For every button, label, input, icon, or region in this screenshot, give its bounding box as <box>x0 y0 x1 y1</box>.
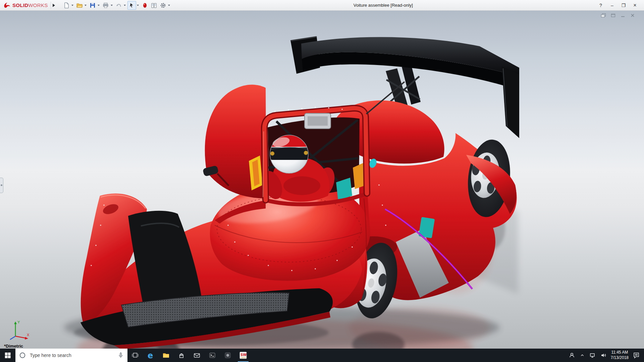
menu-expand-arrow[interactable] <box>51 2 57 9</box>
appearance-icon <box>142 2 148 9</box>
cortana-icon <box>19 352 26 359</box>
file-explorer-icon <box>162 351 170 359</box>
undo-button[interactable] <box>114 1 123 10</box>
edge-icon: e <box>146 351 155 360</box>
orientation-triad: Y X <box>5 319 31 341</box>
hidden-icons-chevron-icon[interactable] <box>579 352 585 358</box>
brand-text-works: WORKS <box>28 2 48 8</box>
file-properties-icon <box>151 2 157 9</box>
dassault-logo-icon <box>3 2 11 9</box>
document-title: Voiture assemblee [Read-only] <box>171 3 595 8</box>
triad-x-label: X <box>27 333 30 337</box>
solidworks-2017-icon: SW 2017 <box>239 351 248 360</box>
mail-icon <box>193 351 201 359</box>
undo-dropdown-caret[interactable] <box>124 5 126 6</box>
3d-model-viewport[interactable]: Y X *Dimetric <box>0 11 644 349</box>
print-button[interactable] <box>101 1 110 10</box>
svg-text:e: e <box>148 351 153 360</box>
save-dropdown-caret[interactable] <box>98 5 100 6</box>
featuremanager-collapsed-tab[interactable] <box>0 178 3 193</box>
viewport-restore-button[interactable] <box>610 13 616 18</box>
windows-taskbar: e SW <box>0 349 644 362</box>
car-model-svg <box>0 11 644 349</box>
restore-window-icon <box>611 13 615 17</box>
tray-date: 7/13/2018 <box>611 355 629 361</box>
options-dropdown-caret[interactable] <box>168 5 170 6</box>
gear-icon <box>160 2 166 9</box>
float-window-icon <box>601 13 606 17</box>
user-icon[interactable] <box>569 352 575 359</box>
command-prompt-button[interactable] <box>205 349 220 362</box>
task-view-icon <box>131 351 139 359</box>
sw-tile-year: 2017 <box>241 356 247 359</box>
minimize-window-icon <box>621 13 625 17</box>
select-dropdown-caret[interactable] <box>137 5 139 6</box>
close-button[interactable]: × <box>629 1 641 10</box>
new-document-button[interactable] <box>62 1 71 10</box>
open-document-icon <box>76 2 83 9</box>
file-explorer-button[interactable] <box>158 349 174 362</box>
microphone-icon[interactable] <box>117 352 124 359</box>
solidworks-2017-button[interactable]: SW 2017 <box>235 349 251 362</box>
action-center-icon[interactable] <box>633 352 640 359</box>
open-dropdown-caret[interactable] <box>85 5 87 6</box>
close-window-icon <box>630 13 635 17</box>
save-icon <box>89 2 96 9</box>
dark-app-icon <box>224 351 232 359</box>
start-button[interactable] <box>0 349 15 362</box>
center-mirror <box>305 113 331 129</box>
mail-button[interactable] <box>189 349 205 362</box>
tray-time: 11:45 AM <box>611 350 629 355</box>
title-bar: SOLIDWORKS <box>0 0 644 11</box>
view-orientation-label: *Dimetric <box>4 344 23 349</box>
dark-app-button[interactable] <box>220 349 235 362</box>
file-properties-button[interactable] <box>150 1 158 10</box>
quick-access-toolbar <box>62 1 171 10</box>
system-tray: 11:45 AM 7/13/2018 <box>569 349 644 362</box>
brand-text-solid: SOLID <box>12 2 28 8</box>
store-button[interactable] <box>174 349 189 362</box>
select-cursor-icon <box>128 2 135 9</box>
minimize-button[interactable]: – <box>606 1 618 10</box>
volume-icon[interactable] <box>600 352 607 359</box>
maximize-button[interactable]: ❐ <box>618 1 629 10</box>
new-document-icon <box>63 2 70 9</box>
help-button[interactable]: ? <box>595 1 606 10</box>
print-icon <box>102 2 109 9</box>
window-controls: ? – ❐ × <box>595 1 644 10</box>
viewport-float-button[interactable] <box>601 13 606 18</box>
open-document-button[interactable] <box>75 1 84 10</box>
store-icon <box>177 351 185 359</box>
command-prompt-icon <box>208 351 216 359</box>
new-dropdown-caret[interactable] <box>71 5 73 6</box>
tray-clock[interactable]: 11:45 AM 7/13/2018 <box>611 350 629 360</box>
save-button[interactable] <box>88 1 97 10</box>
viewport-close-button[interactable] <box>630 13 635 18</box>
task-view-button[interactable] <box>127 349 143 362</box>
print-dropdown-caret[interactable] <box>111 5 113 6</box>
edge-button[interactable]: e <box>143 349 158 362</box>
taskbar-search[interactable] <box>15 349 127 362</box>
options-gear-button[interactable] <box>159 1 167 10</box>
viewport-minimize-button[interactable] <box>620 13 626 18</box>
search-input[interactable] <box>29 352 114 358</box>
solidworks-logo: SOLIDWORKS <box>0 2 49 9</box>
triad-y-label: Y <box>17 320 20 324</box>
viewport-window-controls <box>601 13 635 18</box>
select-button[interactable] <box>127 1 136 10</box>
appearance-button[interactable] <box>141 1 149 10</box>
undo-icon <box>115 2 122 9</box>
expand-triangle-icon <box>53 4 55 7</box>
network-icon[interactable] <box>589 352 596 359</box>
windows-logo-icon <box>4 352 11 359</box>
